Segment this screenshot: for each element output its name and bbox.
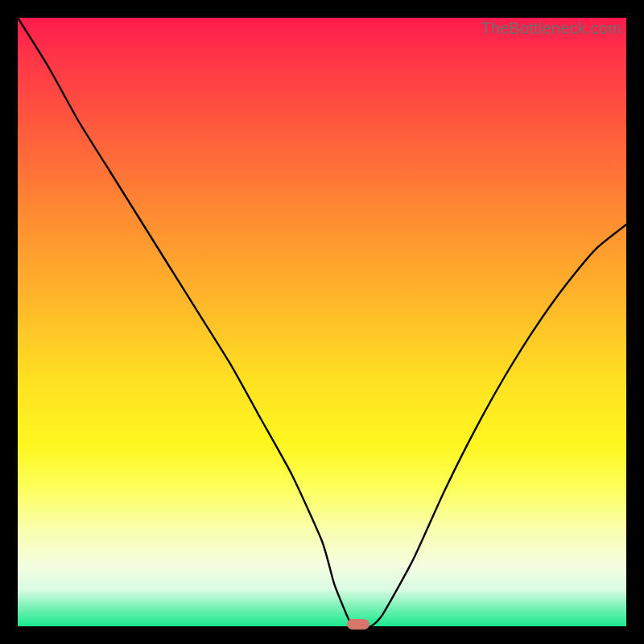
chart-frame: TheBottleneck.com [0,0,644,644]
optimal-marker [347,619,369,630]
bottleneck-curve [18,18,626,626]
plot-area: TheBottleneck.com [18,18,626,626]
curve-path [18,18,626,626]
